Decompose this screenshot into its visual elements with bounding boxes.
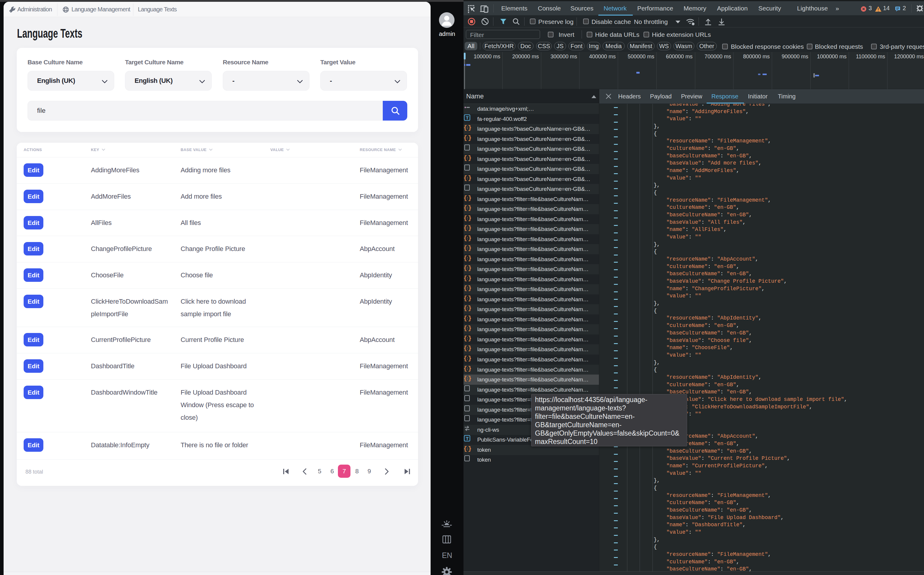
svg-text:}: } <box>468 375 472 382</box>
svg-text:}: } <box>468 365 472 372</box>
svg-text:}: } <box>468 175 472 181</box>
svg-text:T: T <box>466 436 469 441</box>
svg-text:}: } <box>468 124 472 131</box>
svg-text:}: } <box>468 155 472 161</box>
svg-text:}: } <box>468 275 472 281</box>
svg-text:}: } <box>468 205 472 211</box>
svg-text:}: } <box>468 285 472 291</box>
svg-text:}: } <box>468 445 472 452</box>
svg-text:}: } <box>468 325 472 332</box>
svg-text:}: } <box>468 245 472 251</box>
svg-text:}: } <box>468 225 472 231</box>
svg-text:}: } <box>468 235 472 241</box>
svg-text:}: } <box>468 215 472 221</box>
svg-text:}: } <box>468 195 472 201</box>
svg-text:}: } <box>468 255 472 262</box>
svg-text:}: } <box>468 295 472 302</box>
svg-text:}: } <box>468 315 472 322</box>
svg-text:}: } <box>468 355 472 362</box>
svg-text:}: } <box>468 335 472 342</box>
svg-text:}: } <box>468 345 472 351</box>
svg-text:T: T <box>466 115 469 120</box>
svg-text:}: } <box>468 305 472 311</box>
svg-text:}: } <box>468 135 472 141</box>
svg-text:}: } <box>468 265 472 272</box>
